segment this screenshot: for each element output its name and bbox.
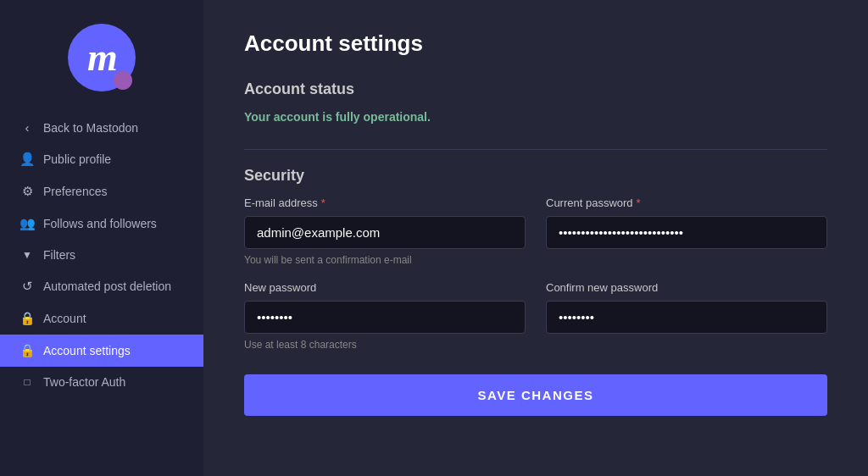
security-section: Security E-mail address * Current passwo… — [244, 167, 827, 416]
mastodon-logo: m — [68, 24, 136, 91]
form-row-new-passwords: New password Confirm new password — [244, 281, 827, 334]
sidebar-item-account-settings[interactable]: 🔒 Account settings — [0, 335, 203, 367]
new-password-hint: Use at least 8 characters — [244, 339, 827, 351]
form-row-email-password: E-mail address * Current password * — [244, 196, 827, 249]
current-password-input[interactable] — [546, 216, 827, 249]
chevron-left-icon: ‹ — [19, 120, 35, 135]
form-group-confirm-password: Confirm new password — [546, 281, 827, 334]
sidebar-item-public-profile[interactable]: 👤 Public profile — [0, 143, 203, 175]
sidebar-item-two-factor-auth[interactable]: □ Two-factor Auth — [0, 367, 203, 397]
filter-icon: ▼ — [19, 249, 35, 261]
save-changes-button[interactable]: SAVE CHANGES — [244, 374, 827, 416]
sidebar-item-account[interactable]: 🔒 Account — [0, 302, 203, 335]
lock-icon-active: 🔒 — [19, 343, 35, 358]
email-hint: You will be sent a confirmation e-mail — [244, 254, 827, 266]
new-password-input[interactable] — [244, 301, 526, 334]
sidebar: m ‹ Back to Mastodon 👤 Public profile ⚙ … — [0, 0, 203, 476]
form-group-new-password: New password — [244, 281, 526, 334]
person-icon: 👤 — [19, 152, 35, 167]
form-group-email: E-mail address * — [244, 196, 526, 249]
sidebar-item-filters[interactable]: ▼ Filters — [0, 240, 203, 270]
confirm-password-input[interactable] — [546, 301, 827, 334]
phone-icon: □ — [19, 376, 35, 388]
main-content: Account settings Account status Your acc… — [203, 0, 868, 476]
sidebar-item-preferences[interactable]: ⚙ Preferences — [0, 175, 203, 208]
logo-area: m — [0, 0, 203, 112]
gear-icon: ⚙ — [19, 184, 35, 199]
account-status-message: Your account is fully operational. — [244, 110, 827, 124]
current-password-label: Current password * — [546, 196, 827, 209]
required-star-email: * — [321, 196, 326, 209]
form-group-current-password: Current password * — [546, 196, 827, 249]
sidebar-item-automated-post-deletion[interactable]: ↺ Automated post deletion — [0, 270, 203, 302]
lock-icon: 🔒 — [19, 311, 35, 326]
sidebar-nav: ‹ Back to Mastodon 👤 Public profile ⚙ Pr… — [0, 112, 203, 462]
page-title: Account settings — [244, 30, 827, 57]
refresh-icon: ↺ — [19, 279, 35, 294]
required-star-password: * — [637, 196, 641, 209]
sidebar-item-back[interactable]: ‹ Back to Mastodon — [0, 112, 203, 143]
email-label: E-mail address * — [244, 196, 526, 209]
email-input[interactable] — [244, 216, 526, 249]
divider — [244, 149, 827, 150]
sidebar-item-follows-followers[interactable]: 👥 Follows and followers — [0, 208, 203, 240]
account-status-heading: Account status — [244, 80, 827, 98]
security-heading: Security — [244, 167, 827, 185]
new-password-label: New password — [244, 281, 526, 294]
people-icon: 👥 — [19, 216, 35, 231]
confirm-password-label: Confirm new password — [546, 281, 827, 294]
